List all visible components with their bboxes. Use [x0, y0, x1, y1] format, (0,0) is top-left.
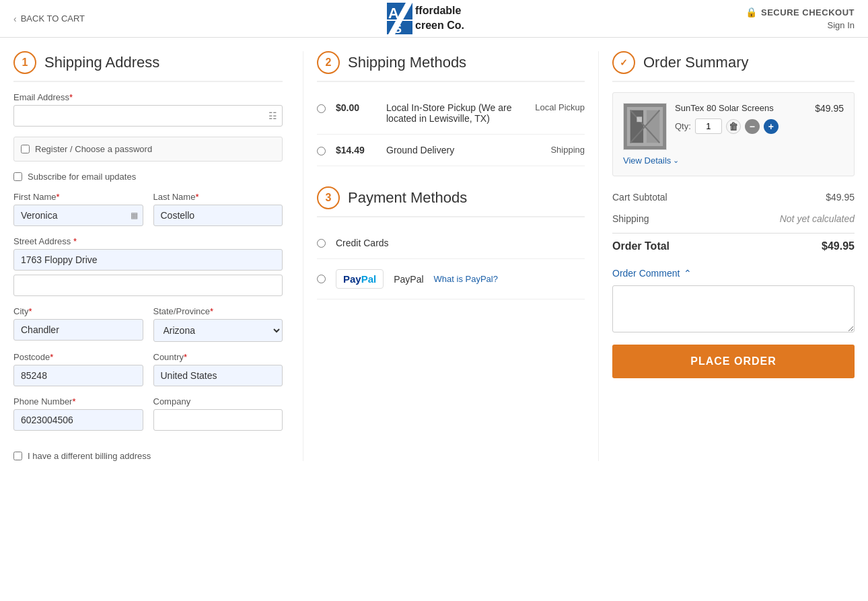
- shipping-type-1: Shipping: [531, 145, 585, 155]
- paypal-logo: PayPal: [336, 269, 384, 289]
- check-mark: ✓: [620, 57, 628, 68]
- state-select[interactable]: Arizona California Texas: [153, 319, 283, 342]
- email-required: *: [69, 92, 73, 102]
- street-label: Street Address *: [13, 236, 283, 246]
- company-input[interactable]: [153, 409, 283, 431]
- logo-svg: A S ffordable creen Co.: [387, 0, 481, 36]
- plus-qty-button[interactable]: +: [764, 119, 779, 134]
- postcode-input[interactable]: [13, 365, 143, 386]
- billing-label[interactable]: I have a different billing address: [28, 451, 151, 461]
- product-image-svg: [624, 103, 666, 150]
- payment-methods-title: Payment Methods: [348, 189, 467, 207]
- cart-subtotal-value: $49.95: [826, 192, 855, 203]
- last-name-input[interactable]: [153, 205, 283, 226]
- last-name-label: Last Name*: [153, 192, 283, 202]
- view-details-link[interactable]: View Details ⌄: [623, 155, 844, 166]
- register-checkbox[interactable]: [21, 145, 30, 153]
- order-comment-textarea[interactable]: [612, 285, 855, 332]
- billing-checkbox-row[interactable]: I have a different billing address: [13, 451, 283, 461]
- back-to-cart-link[interactable]: ‹ BACK TO CART: [13, 13, 85, 24]
- summary-totals: Cart Subtotal $49.95 Shipping Not yet ca…: [612, 186, 855, 258]
- delete-qty-button[interactable]: 🗑: [726, 119, 741, 134]
- register-checkbox-row[interactable]: Register / Choose a password: [13, 137, 283, 162]
- order-comment-chevron-icon: ⌃: [684, 268, 692, 279]
- paypal-logo-text: Pay: [343, 273, 361, 285]
- city-required: *: [28, 306, 32, 316]
- subscribe-label[interactable]: Subscribe for email updates: [28, 172, 136, 182]
- city-state-row: City* State/Province* Arizona California…: [13, 306, 283, 352]
- step-3-circle: 3: [317, 186, 340, 209]
- shipping-methods-section: 2 Shipping Methods $0.00 Local In-Store …: [317, 51, 585, 166]
- postcode-label: Postcode*: [13, 352, 143, 362]
- header: ‹ BACK TO CART A S ffordable creen Co. 🔒…: [0, 0, 868, 38]
- country-label: Country*: [153, 352, 283, 362]
- payment-radio-paypal[interactable]: [317, 275, 326, 283]
- cart-subtotal-label: Cart Subtotal: [612, 192, 667, 203]
- phone-group: Phone Number*: [13, 396, 143, 431]
- email-input[interactable]: [13, 105, 283, 127]
- subscribe-checkbox[interactable]: [13, 172, 22, 181]
- order-comment-section: Order Comment ⌃: [612, 268, 855, 334]
- shipping-label: Shipping: [612, 213, 649, 224]
- phone-label: Phone Number*: [13, 396, 143, 406]
- step-check-circle: ✓: [612, 51, 635, 74]
- cart-subtotal-row: Cart Subtotal $49.95: [612, 186, 855, 208]
- secure-checkout: 🔒 SECURE CHECKOUT: [746, 7, 855, 17]
- chevron-left-icon: ‹: [13, 13, 17, 24]
- qty-input[interactable]: [695, 118, 722, 134]
- payment-option-paypal: PayPal PayPal What is PayPal?: [317, 259, 585, 299]
- svg-text:S: S: [394, 22, 402, 36]
- payment-radio-credit[interactable]: [317, 239, 326, 248]
- order-total-label: Order Total: [612, 240, 670, 252]
- shipping-methods-title: Shipping Methods: [348, 54, 466, 71]
- svg-text:ffordable: ffordable: [415, 5, 462, 16]
- order-summary-title: Order Summary: [643, 54, 748, 71]
- subscribe-checkbox-row[interactable]: Subscribe for email updates: [13, 172, 283, 182]
- shipping-radio-1[interactable]: [317, 147, 326, 155]
- email-icon: ☷: [268, 110, 277, 121]
- country-required: *: [184, 352, 187, 362]
- order-total-row: Order Total $49.95: [612, 233, 855, 258]
- main-content: 1 Shipping Address Email Address* ☷ Regi…: [0, 38, 868, 474]
- product-image: [623, 103, 667, 150]
- first-name-group: First Name* ▦: [13, 192, 143, 226]
- email-label: Email Address*: [13, 92, 283, 102]
- city-input[interactable]: [13, 319, 143, 341]
- paypal-logo-text2: Pal: [361, 273, 377, 285]
- order-comment-toggle[interactable]: Order Comment ⌃: [612, 268, 855, 279]
- phone-input[interactable]: [13, 409, 143, 431]
- back-to-cart-label: BACK TO CART: [21, 13, 85, 24]
- street-input-2[interactable]: [13, 275, 283, 296]
- shipping-address-title: Shipping Address: [44, 54, 159, 71]
- shipping-row: Shipping Not yet calculated: [612, 208, 855, 229]
- sign-in-link[interactable]: Sign In: [828, 20, 855, 30]
- place-order-button[interactable]: PLACE ORDER: [612, 345, 855, 378]
- first-name-required: *: [57, 192, 60, 202]
- shipping-option-1: $14.49 Ground Delivery Shipping: [317, 135, 585, 166]
- chevron-down-icon: ⌄: [673, 156, 679, 165]
- register-label[interactable]: Register / Choose a password: [35, 144, 152, 154]
- minus-qty-button[interactable]: −: [745, 119, 760, 134]
- order-summary-section: ✓ Order Summary Sun: [599, 51, 855, 461]
- country-input[interactable]: [153, 365, 283, 386]
- email-input-wrapper: ☷: [13, 105, 283, 127]
- shipping-address-header: 1 Shipping Address: [13, 51, 283, 82]
- shipping-price-1: $14.49: [336, 145, 376, 155]
- lock-icon: 🔒: [746, 7, 758, 17]
- first-name-label: First Name*: [13, 192, 143, 202]
- order-item-inner: SunTex 80 Solar Screens Qty: 🗑 − + $49.9…: [623, 103, 844, 150]
- postcode-group: Postcode*: [13, 352, 143, 386]
- billing-checkbox[interactable]: [13, 452, 22, 460]
- last-name-group: Last Name*: [153, 192, 283, 226]
- city-group: City*: [13, 306, 143, 342]
- order-summary-header: ✓ Order Summary: [612, 51, 855, 82]
- first-name-input[interactable]: [13, 205, 143, 226]
- shipping-value: Not yet calculated: [780, 213, 855, 224]
- payment-methods-section: 3 Payment Methods Credit Cards PayPal Pa…: [317, 186, 585, 299]
- street-input[interactable]: [13, 249, 283, 271]
- shipping-radio-0[interactable]: [317, 104, 326, 113]
- person-icon: ▦: [131, 211, 138, 220]
- paypal-what-link[interactable]: What is PayPal?: [434, 274, 498, 284]
- svg-text:A: A: [388, 5, 399, 22]
- state-label: State/Province*: [153, 306, 283, 316]
